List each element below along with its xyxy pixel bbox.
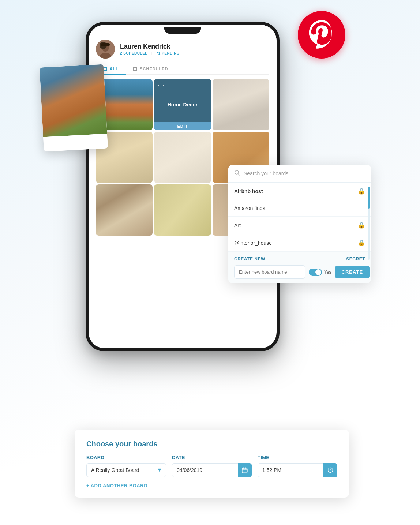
choose-grid: Board A Really Great Board ▼ Date xyxy=(86,455,337,477)
toggle-knob xyxy=(315,269,321,275)
grid-cell-2[interactable]: ··· Home Decor EDIT xyxy=(154,79,211,130)
edit-button[interactable]: EDIT xyxy=(154,122,211,130)
profile-stats: 2 SCHEDULED | 71 PENDING xyxy=(120,51,180,55)
svg-line-6 xyxy=(238,174,240,175)
board-name-amazon: Amazon finds xyxy=(234,205,265,211)
create-board-button[interactable]: CREATE xyxy=(335,266,370,278)
new-board-name-input[interactable] xyxy=(234,265,305,279)
choose-boards-panel: Choose your boards Board A Really Great … xyxy=(75,430,349,498)
avatar-image xyxy=(96,40,115,59)
create-input-row: Yes CREATE xyxy=(234,265,365,279)
search-icon xyxy=(234,170,240,177)
calendar-icon-button[interactable] xyxy=(238,463,252,477)
lock-icon-interior: 🔒 xyxy=(358,239,365,246)
toggle-yes-label: Yes xyxy=(324,270,331,275)
board-col-label: Board xyxy=(86,455,166,460)
board-select[interactable]: A Really Great Board xyxy=(86,463,166,477)
board-select-wrapper: A Really Great Board ▼ xyxy=(86,463,166,477)
board-name-airbnb: Airbnb host xyxy=(234,188,263,194)
board-create-section: Create new Secret Yes CREATE xyxy=(228,252,371,283)
board-name-interior: @interior_house xyxy=(234,240,272,246)
board-panel: Search your boards Airbnb host 🔒 Amazon … xyxy=(228,165,371,283)
polaroid-photo xyxy=(40,64,108,152)
secret-toggle-button[interactable] xyxy=(309,269,322,276)
pending-stat: 71 PENDING xyxy=(156,51,180,55)
board-name-art: Art xyxy=(234,222,241,228)
phone-notch xyxy=(164,27,201,34)
avatar xyxy=(96,40,115,59)
clock-icon-button[interactable] xyxy=(323,463,337,477)
date-col-label: Date xyxy=(172,455,252,460)
earrings-image xyxy=(154,184,211,236)
scene: Lauren Kendrick 2 SCHEDULED | 71 PENDING… xyxy=(42,11,378,516)
board-item-art[interactable]: Art 🔒 xyxy=(228,217,371,234)
pinterest-logo-circle xyxy=(298,11,345,59)
date-input-wrapper xyxy=(172,463,252,477)
secret-toggle: Yes xyxy=(309,269,331,276)
clock-icon xyxy=(327,467,333,473)
svg-rect-4 xyxy=(101,43,110,46)
grid-cell-5[interactable] xyxy=(154,132,211,183)
linen-image xyxy=(213,79,269,130)
pinterest-logo xyxy=(298,11,345,59)
board-item-airbnb[interactable]: Airbnb host 🔒 xyxy=(228,183,371,200)
grid-cell-8[interactable] xyxy=(154,184,211,236)
panel-scrollbar xyxy=(368,187,370,209)
create-new-label: Create new xyxy=(234,256,265,262)
board-search-row: Search your boards xyxy=(228,165,371,183)
board-search-input[interactable]: Search your boards xyxy=(244,170,365,176)
board-item-interior[interactable]: @interior_house 🔒 xyxy=(228,234,371,252)
date-column: Date xyxy=(172,455,252,477)
phone-tabs: ALL SCHEDULED xyxy=(96,64,269,75)
secret-label: Secret xyxy=(346,256,365,262)
tab-scheduled[interactable]: SCHEDULED xyxy=(126,64,176,74)
more-options-icon: ··· xyxy=(158,82,165,89)
svg-line-13 xyxy=(330,470,331,471)
polaroid-image xyxy=(40,64,107,137)
hangers-image xyxy=(96,184,153,236)
board-column: Board A Really Great Board ▼ xyxy=(86,455,166,477)
lock-icon-art: 🔒 xyxy=(358,222,365,229)
profile-info: Lauren Kendrick 2 SCHEDULED | 71 PENDING xyxy=(120,43,180,55)
board-item-amazon[interactable]: Amazon finds xyxy=(228,200,371,217)
scheduled-stat: 2 SCHEDULED xyxy=(120,51,148,55)
tab-scheduled-icon xyxy=(133,67,137,71)
profile-row: Lauren Kendrick 2 SCHEDULED | 71 PENDING xyxy=(96,36,269,64)
home-decor-label: Home Decor xyxy=(168,102,198,108)
time-column: Time xyxy=(258,455,337,477)
phone-notch-bar xyxy=(89,25,277,36)
time-input-wrapper xyxy=(258,463,337,477)
create-row-header: Create new Secret xyxy=(234,256,365,262)
grid-cell-7[interactable] xyxy=(96,184,153,236)
cream-fabric-image xyxy=(154,132,211,183)
add-another-board-link[interactable]: + ADD ANOTHER BOARD xyxy=(86,483,147,488)
svg-rect-7 xyxy=(242,468,247,473)
pinterest-p-icon xyxy=(307,20,336,49)
calendar-icon xyxy=(242,467,248,473)
grid-cell-3[interactable] xyxy=(213,79,269,130)
board-list: Airbnb host 🔒 Amazon finds Art 🔒 @interi… xyxy=(228,183,371,252)
choose-boards-title: Choose your boards xyxy=(86,440,337,448)
panel-scrolltrack xyxy=(368,187,370,260)
time-col-label: Time xyxy=(258,455,337,460)
lock-icon-airbnb: 🔒 xyxy=(358,188,365,195)
profile-name: Lauren Kendrick xyxy=(120,43,180,50)
